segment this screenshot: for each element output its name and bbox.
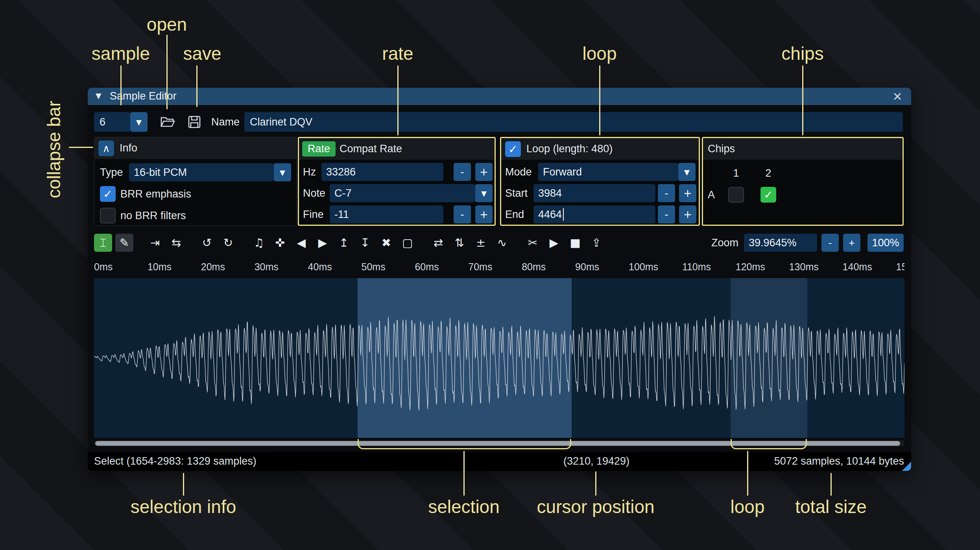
edit-mode-icon[interactable]: ⌶ (94, 234, 112, 252)
save-button[interactable] (184, 112, 205, 132)
annotation-line-selection (463, 451, 465, 496)
redo-icon[interactable]: ↻ (219, 234, 237, 252)
loop-start-input[interactable]: 3984 (533, 184, 655, 202)
zoom-cluster: Zoom 39.9645% - + 100% (711, 233, 904, 253)
zoom-in-button[interactable]: + (843, 234, 860, 252)
annotation-chips: chips (781, 43, 823, 64)
zoom-out-button[interactable]: - (821, 234, 839, 252)
preview-stop-icon[interactable]: ■ (566, 234, 584, 252)
loop-start-minus-button[interactable]: - (658, 184, 675, 202)
fade-in-icon[interactable]: ◀ (292, 234, 310, 252)
loop-end-plus-button[interactable]: + (679, 205, 696, 223)
create-instrument-icon[interactable]: ⇪ (587, 234, 605, 252)
chevron-up-icon: ∧ (102, 142, 110, 154)
text-cursor (563, 208, 564, 221)
sample-number-field[interactable]: 6 (94, 112, 130, 132)
annotation-selection: selection (428, 496, 500, 517)
loop-end-minus-button[interactable]: - (658, 205, 675, 223)
amplify-icon[interactable]: ♫ (250, 234, 268, 252)
annotation-selection-info: selection info (131, 496, 236, 517)
note-dropdown-button[interactable]: ▼ (475, 184, 493, 202)
fine-minus-button[interactable]: - (454, 205, 471, 223)
sign-icon[interactable]: ± (472, 234, 490, 252)
annotation-collapse-bar: collapse bar (43, 101, 65, 198)
chevron-down-icon: ▼ (136, 118, 142, 126)
note-select[interactable]: C-7 (330, 184, 475, 202)
timeline-label: 100ms (629, 261, 658, 273)
hz-minus-button[interactable]: - (454, 163, 471, 181)
fine-plus-button[interactable]: + (475, 205, 493, 223)
waveform-trace (94, 278, 904, 438)
hz-input[interactable]: 33286 (321, 163, 443, 181)
check-icon: ✓ (764, 188, 773, 201)
brr-emphasis-checkbox[interactable]: ✓ (100, 186, 116, 202)
type-label: Type (100, 163, 123, 181)
close-icon[interactable]: ✕ (890, 89, 905, 104)
rate-panel-header: Rate Compat Rate (299, 138, 495, 160)
zoom-reset-button[interactable]: 100% (867, 234, 904, 252)
titlebar[interactable]: ▼ Sample Editor ✕ (88, 88, 911, 105)
check-icon: ✓ (103, 188, 112, 201)
loop-panel: ✓ Loop (length: 480) Mode Forward ▼ Star… (500, 137, 700, 226)
open-button[interactable] (157, 112, 178, 132)
hz-plus-button[interactable]: + (475, 163, 493, 181)
no-brr-filters-checkbox[interactable] (100, 208, 116, 223)
type-select[interactable]: 16-bit PCM (129, 163, 274, 181)
insert-silence-icon[interactable]: ↥ (335, 234, 353, 252)
scissors-icon[interactable]: ✂ (524, 234, 542, 252)
chips-panel: Chips 1 2 A ✓ (702, 137, 904, 226)
trim-icon[interactable]: ▢ (399, 234, 417, 252)
collapse-bar-button[interactable]: ∧ (98, 140, 114, 156)
zoom-value: 39.9645% (749, 237, 797, 249)
loop-enable-checkbox[interactable]: ✓ (505, 141, 521, 157)
mode-label: Mode (505, 163, 532, 181)
rate-badge[interactable]: Rate (302, 141, 336, 157)
waveform-view[interactable] (94, 278, 904, 438)
annotation-cursor-position: cursor position (537, 496, 654, 517)
apply-silence-icon[interactable]: ↧ (356, 234, 374, 252)
loop-start-plus-button[interactable]: + (679, 184, 696, 202)
brr-emphasis-label: BRR emphasis (120, 185, 191, 203)
fade-out-icon[interactable]: ▶ (314, 234, 332, 252)
loop-mode-value: Forward (543, 166, 582, 178)
resample-icon[interactable]: ⇆ (167, 234, 185, 252)
window-collapse-icon[interactable]: ▼ (96, 91, 102, 100)
zoom-label: Zoom (711, 237, 738, 249)
filter-icon[interactable]: ∿ (493, 234, 511, 252)
fine-input[interactable]: -11 (330, 205, 443, 223)
chip-row-a-label: A (708, 186, 715, 204)
normalize-icon[interactable]: ✜ (271, 234, 289, 252)
reverse-icon[interactable]: ⇄ (429, 234, 447, 252)
resize-grip[interactable] (901, 461, 911, 471)
name-input[interactable]: Clarinet DQV (244, 112, 903, 132)
annotation-line-total-size (831, 473, 832, 496)
timeline-ruler[interactable]: 0ms10ms20ms30ms40ms50ms60ms70ms80ms90ms1… (94, 260, 904, 275)
undo-icon[interactable]: ↺ (198, 234, 216, 252)
resize-icon[interactable]: ⇥ (146, 234, 164, 252)
hz-label: Hz (303, 163, 316, 181)
annotation-line-chips (802, 65, 803, 135)
loop-start-label: Start (505, 184, 528, 202)
name-value: Clarinet DQV (250, 116, 312, 128)
invert-icon[interactable]: ⇅ (450, 234, 469, 252)
type-dropdown-button[interactable]: ▼ (274, 163, 291, 181)
timeline-label: 120ms (736, 261, 765, 273)
chevron-down-icon: ▼ (280, 168, 285, 177)
annotation-total-size: total size (795, 496, 867, 517)
timeline-label: 30ms (255, 261, 279, 273)
annotation-line-selection-info (183, 473, 184, 496)
preview-play-icon[interactable]: ▶ (545, 234, 563, 252)
loop-end-input[interactable]: 4464 (533, 205, 655, 223)
chips-panel-header: Chips (703, 138, 902, 160)
draw-mode-icon[interactable]: ✎ (115, 234, 133, 252)
zoom-input[interactable]: 39.9645% (744, 234, 817, 252)
loop-mode-select[interactable]: Forward (538, 163, 678, 181)
annotation-save: save (183, 43, 221, 64)
chip-2-checkbox[interactable]: ✓ (760, 187, 776, 203)
timeline-label: 130ms (789, 261, 819, 273)
rate-panel: Rate Compat Rate Hz 33286 - + Note C-7 ▼… (298, 137, 496, 226)
delete-icon[interactable]: ✖ (377, 234, 395, 252)
sample-dropdown-button[interactable]: ▼ (130, 112, 148, 132)
loop-mode-dropdown-button[interactable]: ▼ (678, 163, 696, 181)
chip-1-checkbox[interactable] (728, 187, 744, 203)
